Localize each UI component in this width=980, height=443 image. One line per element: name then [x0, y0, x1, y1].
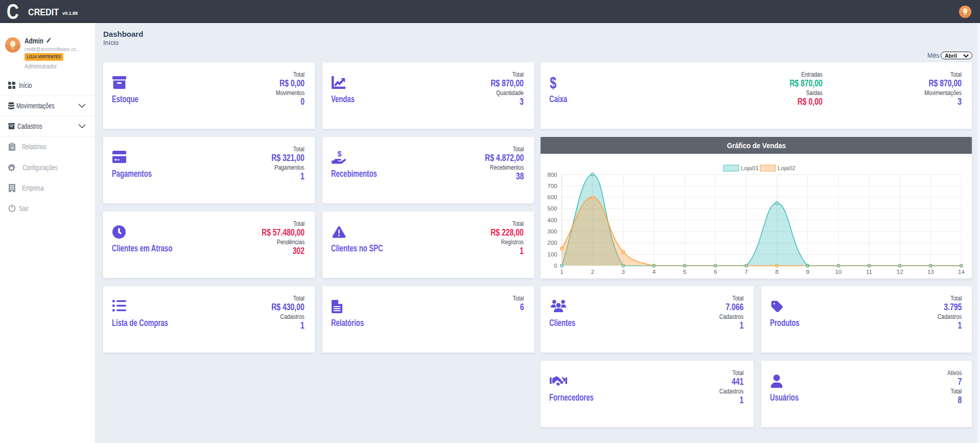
svg-text:0: 0 [554, 263, 557, 269]
svg-text:$: $ [337, 151, 341, 158]
svg-text:700: 700 [547, 183, 557, 189]
svg-text:2: 2 [591, 269, 594, 275]
svg-text:Loja02: Loja02 [778, 165, 796, 171]
svg-text:500: 500 [547, 205, 557, 212]
svg-text:14: 14 [958, 269, 965, 275]
svg-text:8: 8 [775, 269, 778, 275]
svg-text:300: 300 [547, 228, 557, 235]
svg-text:1: 1 [560, 269, 563, 275]
svg-text:100: 100 [547, 251, 557, 258]
svg-text:Loja01: Loja01 [741, 165, 759, 171]
svg-text:6: 6 [714, 269, 717, 275]
svg-text:13: 13 [927, 269, 934, 275]
svg-text:12: 12 [897, 269, 903, 275]
svg-text:11: 11 [866, 269, 872, 275]
svg-text:5: 5 [683, 269, 686, 275]
svg-text:600: 600 [547, 194, 557, 200]
svg-text:7: 7 [744, 269, 748, 275]
svg-text:10: 10 [835, 269, 842, 275]
svg-text:9: 9 [806, 269, 809, 275]
svg-text:200: 200 [547, 240, 557, 246]
svg-text:3: 3 [622, 269, 625, 275]
svg-text:4: 4 [652, 269, 656, 275]
svg-text:800: 800 [547, 172, 557, 178]
svg-text:400: 400 [547, 217, 557, 223]
